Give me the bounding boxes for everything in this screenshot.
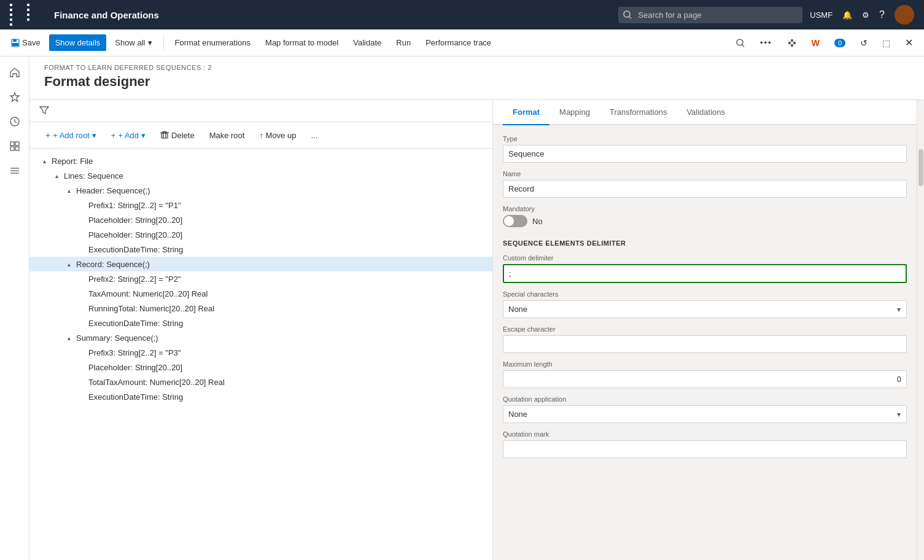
quotation-mark-input[interactable] [503, 440, 907, 458]
command-bar: Save Show details Show all ▾ Format enum… [0, 29, 924, 56]
main-layout: FORMAT TO LEARN DEFERRED SEQUENCES : 2 F… [0, 56, 924, 560]
tree-expander-icon [76, 230, 86, 239]
notification-icon[interactable]: 🔔 [842, 10, 852, 20]
escape-char-input[interactable] [503, 335, 907, 353]
badge: 0 [834, 39, 845, 47]
add-button[interactable]: + + Add ▾ [105, 128, 152, 143]
tree-item[interactable]: TotalTaxAmount: Numeric[20..20] Real [29, 375, 492, 389]
show-all-button[interactable]: Show all ▾ [109, 34, 158, 51]
open-new-button[interactable]: ⬚ [876, 34, 896, 52]
tree-item[interactable]: ▴Summary: Sequence(;) [29, 330, 492, 345]
search-wrap [618, 7, 802, 23]
extension-button[interactable] [781, 34, 803, 52]
tree-expander-icon[interactable]: ▴ [52, 171, 61, 181]
custom-delimiter-input[interactable] [503, 264, 907, 283]
tree-expander-icon[interactable]: ▴ [64, 185, 74, 195]
sidebar-item-workspaces[interactable] [4, 135, 26, 157]
tree-item[interactable]: Placeholder: String[20..20] [29, 227, 492, 242]
tree-content[interactable]: ▴Report: File▴Lines: Sequence▴Header: Se… [29, 149, 492, 560]
tree-toolbar: + + Add root ▾ + + Add ▾ [29, 122, 492, 149]
right-scrollbar[interactable] [917, 100, 924, 560]
props-tab-format[interactable]: Format [503, 100, 549, 125]
badge-button[interactable]: 0 [828, 35, 852, 51]
add-root-icon: + [45, 130, 50, 140]
more-tree-button[interactable]: ... [305, 128, 324, 143]
tree-item-label: ExecutionDateTime: String [88, 245, 183, 254]
tree-item[interactable]: ExecutionDateTime: String [29, 242, 492, 257]
save-button[interactable]: Save [5, 34, 47, 51]
max-length-input[interactable] [503, 370, 907, 388]
search-cmd-icon [736, 38, 745, 48]
special-chars-select[interactable]: None [503, 300, 907, 318]
tree-expander-icon[interactable]: ▴ [39, 156, 49, 166]
tree-item[interactable]: Placeholder: String[20..20] [29, 212, 492, 227]
help-icon[interactable]: ? [879, 9, 885, 20]
name-input[interactable] [503, 180, 907, 198]
tree-item-label: TotalTaxAmount: Numeric[20..20] Real [88, 378, 225, 387]
max-length-group: Maximum length [503, 360, 907, 388]
make-root-button[interactable]: Make root [203, 128, 251, 143]
tree-item[interactable]: Prefix1: String[2..2] = "P1" [29, 198, 492, 212]
search-cmd-button[interactable] [729, 34, 751, 52]
show-details-button[interactable]: Show details [49, 34, 107, 51]
tree-item-label: ExecutionDateTime: String [88, 392, 183, 402]
svg-point-5 [737, 39, 743, 45]
tree-item-label: Placeholder: String[20..20] [88, 363, 182, 372]
tree-expander-icon[interactable]: ▴ [64, 333, 74, 343]
office-icon-button[interactable]: W [806, 34, 826, 52]
tree-expander-icon [76, 289, 86, 298]
app-grid-icon[interactable] [10, 4, 42, 26]
delete-icon [160, 131, 169, 139]
performance-trace-button[interactable]: Performance trace [419, 34, 497, 51]
tree-expander-icon [76, 215, 86, 225]
mandatory-toggle[interactable] [503, 215, 527, 227]
settings-icon[interactable]: ⚙ [862, 10, 869, 20]
top-nav: Finance and Operations USMF 🔔 ⚙ ? [0, 0, 924, 29]
region-label: USMF [810, 10, 833, 20]
quotation-app-select[interactable]: None [503, 405, 907, 423]
escape-char-group: Escape character [503, 325, 907, 353]
tree-item[interactable]: Placeholder: String[20..20] [29, 360, 492, 375]
tree-item[interactable]: Prefix3: String[2..2] = "P3" [29, 345, 492, 360]
validate-button[interactable]: Validate [347, 34, 387, 51]
props-tab-validations[interactable]: Validations [677, 100, 735, 125]
close-button[interactable]: ✕ [899, 33, 919, 52]
tree-item-label: Placeholder: String[20..20] [88, 230, 182, 239]
tree-item-label: Record: Sequence(;) [76, 260, 150, 269]
sidebar-item-recent[interactable] [4, 111, 26, 133]
run-button[interactable]: Run [390, 34, 417, 51]
move-up-button[interactable]: ↑ Move up [253, 128, 302, 143]
app-title: Finance and Operations [54, 10, 611, 20]
svg-rect-23 [163, 131, 166, 133]
tree-item[interactable]: ▴Record: Sequence(;) [29, 257, 492, 271]
tree-expander-icon[interactable]: ▴ [64, 259, 74, 269]
tree-item[interactable]: ExecutionDateTime: String [29, 389, 492, 404]
delete-button[interactable]: Delete [154, 128, 201, 143]
tree-item[interactable]: ExecutionDateTime: String [29, 316, 492, 330]
add-root-button[interactable]: + + Add root ▾ [39, 127, 103, 143]
tree-item[interactable]: ▴Report: File [29, 154, 492, 168]
sidebar-item-home[interactable] [4, 61, 26, 84]
props-tab-mapping[interactable]: Mapping [549, 100, 600, 125]
svg-rect-9 [791, 39, 793, 42]
tree-item-label: Lines: Sequence [64, 171, 123, 181]
tree-item[interactable]: TaxAmount: Numeric[20..20] Real [29, 286, 492, 301]
sidebar-item-list[interactable] [4, 160, 26, 182]
tree-item[interactable]: ▴Lines: Sequence [29, 168, 492, 183]
tree-item[interactable]: ▴Header: Sequence(;) [29, 183, 492, 198]
props-tab-transformations[interactable]: Transformations [600, 100, 677, 125]
svg-rect-10 [791, 44, 793, 47]
extension-icon [787, 38, 797, 48]
refresh-button[interactable]: ↺ [854, 34, 874, 52]
global-search-input[interactable] [618, 7, 802, 23]
filter-icon[interactable] [39, 105, 49, 117]
tree-item-label: Prefix1: String[2..2] = "P1" [88, 201, 181, 210]
more-options-button[interactable]: ••• [754, 34, 778, 51]
map-format-button[interactable]: Map format to model [259, 34, 344, 51]
format-enumerations-button[interactable]: Format enumerations [169, 34, 257, 51]
sidebar-item-favorites[interactable] [4, 86, 26, 108]
breadcrumb: FORMAT TO LEARN DEFERRED SEQUENCES : 2 [44, 64, 909, 71]
tree-item[interactable]: Prefix2: String[2..2] = "P2" [29, 271, 492, 286]
tree-item[interactable]: RunningTotal: Numeric[20..20] Real [29, 301, 492, 316]
avatar[interactable] [895, 5, 914, 25]
